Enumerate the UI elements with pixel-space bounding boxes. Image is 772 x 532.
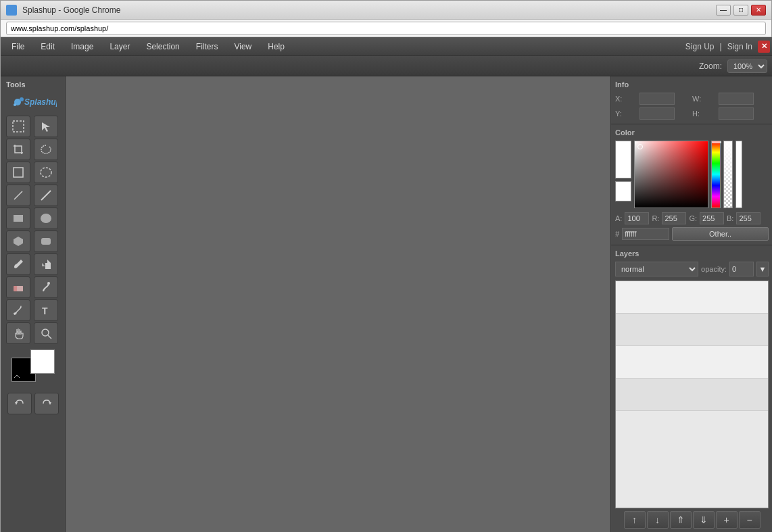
tool-brush[interactable] <box>6 253 30 275</box>
layer-item[interactable] <box>616 281 768 314</box>
menu-right: Sign Up | Sign In ✕ <box>685 41 770 53</box>
svg-point-6 <box>41 168 51 177</box>
tool-selection-rect[interactable] <box>6 162 30 183</box>
w-input[interactable] <box>719 93 754 105</box>
tool-rounded-rect[interactable] <box>34 231 58 252</box>
layer-to-bottom-button[interactable]: ⇓ <box>693 511 715 529</box>
svg-point-1 <box>20 97 24 101</box>
color-gradient-cursor <box>637 144 643 149</box>
svg-rect-12 <box>41 238 51 245</box>
g-input[interactable] <box>700 212 724 224</box>
tool-crop[interactable] <box>6 139 30 160</box>
menu-file[interactable]: File <box>3 39 32 54</box>
menu-image[interactable]: Image <box>63 39 101 54</box>
svg-point-2 <box>14 103 16 106</box>
layer-add-button[interactable]: + <box>716 511 738 529</box>
layer-delete-button[interactable]: − <box>739 511 761 529</box>
r-input[interactable] <box>662 212 686 224</box>
tool-ellipse-shape[interactable] <box>34 208 58 229</box>
info-grid: X: W: Y: H: <box>615 93 769 120</box>
svg-marker-21 <box>49 402 51 405</box>
hex-label: # <box>615 230 619 238</box>
address-input[interactable] <box>6 22 766 35</box>
tool-hand[interactable] <box>6 322 30 344</box>
tool-text[interactable]: T <box>34 299 58 321</box>
tool-arrow[interactable] <box>34 116 58 137</box>
swap-colors-icon[interactable] <box>13 372 21 381</box>
tool-eraser[interactable] <box>6 276 30 298</box>
tool-rect-shape[interactable] <box>6 208 30 229</box>
h-label: H: <box>692 110 716 118</box>
menu-edit[interactable]: Edit <box>32 39 63 54</box>
tool-eyedropper[interactable] <box>6 299 30 321</box>
layer-item[interactable] <box>616 379 768 411</box>
menu-selection[interactable]: Selection <box>138 39 187 54</box>
r-label: R: <box>652 214 659 222</box>
undo-redo-buttons <box>7 393 59 414</box>
hex-input[interactable] <box>622 228 669 240</box>
svg-marker-11 <box>14 237 23 246</box>
layer-item[interactable] <box>616 314 768 346</box>
undo-button[interactable] <box>7 393 32 414</box>
sign-in-button[interactable]: Sign In <box>727 42 752 51</box>
hue-strip[interactable] <box>711 141 721 208</box>
layers-title: Layers <box>615 249 769 258</box>
b-input[interactable] <box>736 212 761 224</box>
svg-point-10 <box>41 214 51 223</box>
zoom-select[interactable]: 100% 50% 200% <box>727 59 767 73</box>
svg-text:T: T <box>42 306 48 316</box>
foreground-color-swatch[interactable] <box>30 349 55 374</box>
minimize-button[interactable]: — <box>716 5 731 16</box>
layer-item[interactable] <box>616 346 768 379</box>
color-values-row: A: R: G: B: <box>615 212 769 224</box>
color-preview-top[interactable] <box>615 141 631 178</box>
app-close-button[interactable]: ✕ <box>758 41 770 53</box>
main-area: Tools Splashup <box>1 76 772 532</box>
close-button[interactable]: ✕ <box>751 5 766 16</box>
layers-mode-select[interactable]: normal multiply screen <box>615 262 698 276</box>
h-input[interactable] <box>719 107 754 120</box>
layer-move-down-button[interactable]: ↓ <box>647 511 669 529</box>
x-label: X: <box>615 95 637 103</box>
color-preview-column <box>615 141 631 208</box>
layer-move-up-button[interactable]: ↑ <box>624 511 646 529</box>
menu-help[interactable]: Help <box>260 39 293 54</box>
tool-selection-ellipse[interactable] <box>34 162 58 183</box>
color-hex-row: # Other.. <box>615 227 769 241</box>
tool-marquee-rect[interactable] <box>6 116 30 137</box>
tools-panel: Tools Splashup <box>1 76 66 532</box>
tool-clone[interactable] <box>34 253 58 275</box>
x-input[interactable] <box>640 93 675 105</box>
y-label: Y: <box>615 110 637 118</box>
alpha-strip[interactable] <box>723 141 733 208</box>
menu-filters[interactable]: Filters <box>188 39 226 54</box>
color-title: Color <box>615 128 769 137</box>
y-input[interactable] <box>640 107 675 120</box>
chrome-titlebar: Splashup - Google Chrome — □ ✕ <box>1 1 771 20</box>
menu-view[interactable]: View <box>226 39 260 54</box>
tool-line[interactable] <box>34 185 58 206</box>
sign-up-button[interactable]: Sign Up <box>685 42 715 51</box>
redo-button[interactable] <box>34 393 59 414</box>
layers-list[interactable] <box>615 281 769 508</box>
tool-lasso[interactable] <box>34 139 58 160</box>
canvas-area[interactable] <box>66 76 610 532</box>
color-gradient-picker[interactable] <box>634 141 708 208</box>
a-input[interactable] <box>625 212 649 224</box>
window-controls: — □ ✕ <box>716 5 766 16</box>
other-button[interactable]: Other.. <box>672 227 769 241</box>
tool-pencil[interactable] <box>6 185 30 206</box>
tool-zoom[interactable] <box>34 322 58 344</box>
maximize-button[interactable]: □ <box>733 5 748 16</box>
color-section: Color <box>611 124 772 245</box>
svg-line-7 <box>14 191 22 199</box>
tool-smudge[interactable] <box>34 276 58 298</box>
opacity-input[interactable] <box>729 262 754 276</box>
color-preview-bottom[interactable] <box>615 181 631 201</box>
opacity-dropdown[interactable]: ▼ <box>756 262 769 276</box>
info-section: Info X: W: Y: H: <box>611 76 772 124</box>
tool-polygon[interactable] <box>6 231 30 252</box>
right-panel: Info X: W: Y: H: Color <box>610 76 772 532</box>
layer-to-top-button[interactable]: ⇑ <box>670 511 692 529</box>
menu-layer[interactable]: Layer <box>101 39 138 54</box>
